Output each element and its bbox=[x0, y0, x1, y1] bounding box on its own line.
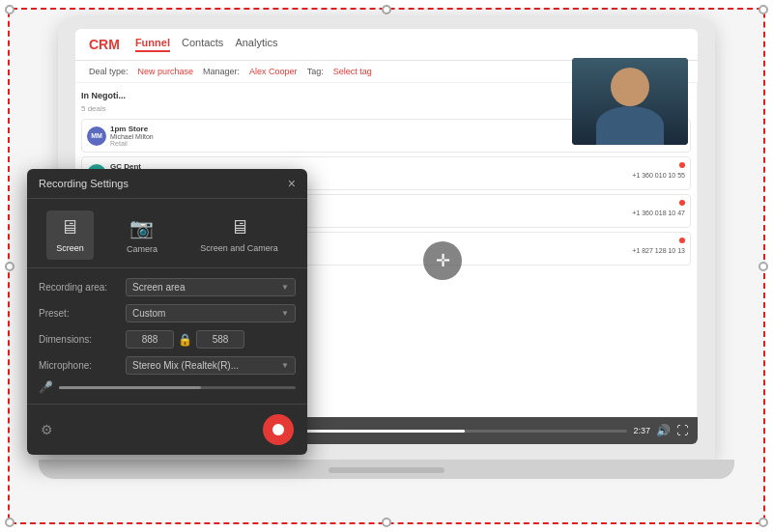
volume-fill bbox=[59, 386, 201, 389]
mode-camera-label: Camera bbox=[127, 244, 157, 254]
webcam-face bbox=[572, 58, 688, 145]
preset-select[interactable]: Custom ▼ bbox=[126, 304, 296, 322]
rec-fields: Recording area: Screen area ▼ Preset: Cu… bbox=[27, 268, 307, 404]
dimensions-label: Dimensions: bbox=[39, 334, 126, 345]
screen-camera-icon: 🖥 bbox=[230, 216, 249, 238]
nav-funnel[interactable]: Funnel bbox=[135, 37, 170, 52]
camera-icon: 📷 bbox=[129, 216, 154, 239]
screen-icon: 🖥 bbox=[60, 216, 79, 238]
field-recording-area: Recording area: Screen area ▼ bbox=[39, 278, 296, 296]
nav-analytics[interactable]: Analytics bbox=[235, 37, 277, 52]
preset-label: Preset: bbox=[39, 308, 126, 319]
filter-deal-type-value[interactable]: New purchase bbox=[138, 67, 194, 76]
lock-icon: 🔒 bbox=[178, 333, 192, 347]
microphone-select[interactable]: Stereo Mix (Realtek(R)... ▼ bbox=[126, 356, 296, 375]
volume-icon[interactable]: 🔊 bbox=[656, 424, 671, 437]
nav-contacts[interactable]: Contacts bbox=[182, 37, 223, 52]
recording-settings-panel: Recording Settings × 🖥 Screen 📷 Camera 🖥… bbox=[27, 169, 307, 455]
record-button[interactable] bbox=[263, 414, 294, 445]
mode-camera[interactable]: 📷 Camera bbox=[117, 210, 167, 260]
mode-screen[interactable]: 🖥 Screen bbox=[46, 210, 94, 260]
preset-control: Custom ▼ bbox=[126, 304, 296, 322]
field-dimensions: Dimensions: 🔒 bbox=[39, 330, 296, 349]
move-cursor-icon[interactable]: ✛ bbox=[423, 241, 462, 280]
recording-area-select[interactable]: Screen area ▼ bbox=[126, 278, 296, 296]
filter-tag-label: Tag: bbox=[307, 67, 324, 76]
mic-icon: 🎤 bbox=[39, 380, 53, 394]
microphone-control: Stereo Mix (Realtek(R)... ▼ bbox=[126, 356, 296, 375]
filter-deal-type-label: Deal type: bbox=[89, 67, 129, 76]
preset-arrow-icon: ▼ bbox=[281, 309, 289, 318]
handle-bot-right[interactable] bbox=[759, 518, 768, 527]
panel-titlebar: Recording Settings × bbox=[27, 169, 307, 199]
microphone-label: Microphone: bbox=[39, 360, 126, 371]
recording-area-arrow-icon: ▼ bbox=[281, 283, 289, 292]
microphone-value: Stereo Mix (Realtek(R)... bbox=[132, 360, 239, 371]
filter-manager-label: Manager: bbox=[203, 67, 240, 76]
panel-title: Recording Settings bbox=[39, 178, 129, 189]
handle-bot-mid[interactable] bbox=[382, 518, 391, 527]
rec-modes: 🖥 Screen 📷 Camera 🖥 Screen and Camera bbox=[27, 199, 307, 268]
mode-screen-camera[interactable]: 🖥 Screen and Camera bbox=[190, 210, 288, 260]
video-time: 2:37 bbox=[633, 426, 650, 435]
handle-top-right[interactable] bbox=[759, 5, 768, 14]
recording-area-control: Screen area ▼ bbox=[126, 278, 296, 296]
microphone-arrow-icon: ▼ bbox=[281, 361, 289, 370]
recording-area-value: Screen area bbox=[132, 282, 185, 293]
laptop-base bbox=[39, 460, 734, 479]
handle-mid-right[interactable] bbox=[759, 262, 768, 271]
recording-area-label: Recording area: bbox=[39, 282, 126, 293]
mode-screen-label: Screen bbox=[56, 243, 84, 253]
width-input[interactable] bbox=[126, 330, 174, 349]
fullscreen-icon[interactable]: ⛶ bbox=[676, 424, 688, 437]
handle-top-mid[interactable] bbox=[382, 5, 391, 14]
settings-icon[interactable]: ⚙ bbox=[41, 422, 53, 437]
mode-screen-camera-label: Screen and Camera bbox=[200, 243, 278, 253]
panel-close-button[interactable]: × bbox=[288, 177, 296, 190]
volume-track[interactable] bbox=[59, 386, 296, 389]
preset-value: Custom bbox=[132, 308, 165, 319]
handle-bot-left[interactable] bbox=[5, 518, 14, 527]
webcam-preview bbox=[572, 58, 688, 145]
field-preset: Preset: Custom ▼ bbox=[39, 304, 296, 322]
height-input[interactable] bbox=[196, 330, 244, 349]
handle-mid-left[interactable] bbox=[5, 262, 14, 271]
filter-tag-value[interactable]: Select tag bbox=[333, 67, 372, 76]
field-microphone: Microphone: Stereo Mix (Realtek(R)... ▼ … bbox=[39, 356, 296, 394]
crm-topbar: CRM Funnel Contacts Analytics bbox=[75, 29, 698, 61]
crm-logo: CRM bbox=[89, 37, 120, 52]
dimensions-control: 🔒 bbox=[126, 330, 296, 349]
crm-nav: Funnel Contacts Analytics bbox=[135, 37, 278, 52]
filter-manager-value[interactable]: Alex Cooper bbox=[249, 67, 298, 76]
rec-bottom-bar: ⚙ bbox=[27, 404, 307, 455]
handle-top-left[interactable] bbox=[5, 5, 14, 14]
